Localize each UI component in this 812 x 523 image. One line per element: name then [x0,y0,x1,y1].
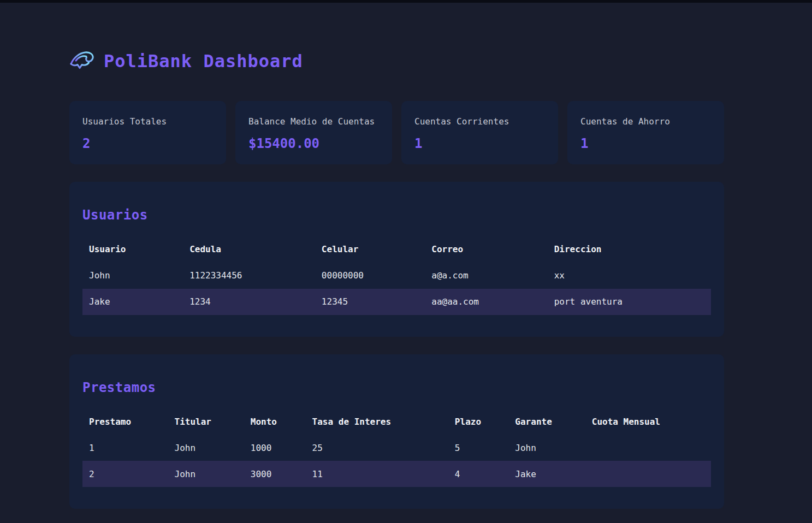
table-cell: 3000 [244,461,306,487]
column-header: Correo [425,236,547,263]
stat-value: 1 [580,137,711,150]
table-cell [585,461,711,487]
column-header: Prestamo [82,408,168,435]
stat-card-usuarios-totales: Usuarios Totales 2 [69,101,226,164]
table-cell: John [168,461,244,487]
table-cell: 1000 [244,435,306,461]
table-header-row: PrestamoTitularMontoTasa de InteresPlazo… [82,408,711,435]
column-header: Tasa de Interes [306,408,448,435]
table-header-row: UsuarioCedulaCelularCorreoDireccion [82,236,711,263]
table-cell: aa@aa.com [425,289,547,315]
table-row: Jake123412345aa@aa.comport aventura [82,289,711,315]
page-title: PoliBank Dashboard [104,51,303,72]
column-header: Cuota Mensual [585,408,711,435]
usuarios-panel: Usuarios UsuarioCedulaCelularCorreoDirec… [69,182,724,337]
dashboard-page: PoliBank Dashboard Usuarios Totales 2 Ba… [69,3,724,523]
stat-label: Usuarios Totales [82,117,213,126]
table-cell: 11 [306,461,448,487]
table-row: 1John1000255John [82,435,711,461]
column-header: Direccion [548,236,711,263]
bank-bird-logo-icon [69,50,94,73]
table-row: John112233445600000000a@a.comxx [82,263,711,289]
table-cell: 4 [448,461,508,487]
table-cell: John [82,263,183,289]
table-cell: xx [548,263,711,289]
usuarios-section-title: Usuarios [82,208,711,223]
column-header: Garante [508,408,585,435]
column-header: Cedula [183,236,315,263]
table-cell: 5 [448,435,508,461]
table-cell: 12345 [315,289,425,315]
table-cell: a@a.com [425,263,547,289]
column-header: Plazo [448,408,508,435]
stat-value: $15400.00 [248,137,379,150]
column-header: Monto [244,408,306,435]
table-cell: 00000000 [315,263,425,289]
table-cell: 1234 [183,289,315,315]
stat-value: 1 [414,137,545,150]
table-cell: 1122334456 [183,263,315,289]
stat-value: 2 [82,137,213,150]
stat-card-cuentas-ahorro: Cuentas de Ahorro 1 [567,101,724,164]
table-row: 2John3000114Jake [82,461,711,487]
stats-row: Usuarios Totales 2 Balance Medio de Cuen… [69,101,724,164]
usuarios-table: UsuarioCedulaCelularCorreoDireccionJohn1… [82,236,711,315]
stat-label: Cuentas de Ahorro [580,117,711,126]
table-cell: 25 [306,435,448,461]
table-cell: John [168,435,244,461]
stat-label: Balance Medio de Cuentas [248,117,379,126]
stat-card-cuentas-corrientes: Cuentas Corrientes 1 [401,101,558,164]
stat-card-balance-medio: Balance Medio de Cuentas $15400.00 [235,101,392,164]
column-header: Usuario [82,236,183,263]
table-cell: John [508,435,585,461]
table-cell: Jake [82,289,183,315]
prestamos-table: PrestamoTitularMontoTasa de InteresPlazo… [82,408,711,487]
prestamos-panel: Prestamos PrestamoTitularMontoTasa de In… [69,354,724,509]
stat-label: Cuentas Corrientes [414,117,545,126]
table-cell: port aventura [548,289,711,315]
table-cell: 2 [82,461,168,487]
column-header: Titular [168,408,244,435]
table-cell [585,435,711,461]
app-header: PoliBank Dashboard [69,3,724,73]
table-cell: 1 [82,435,168,461]
column-header: Celular [315,236,425,263]
table-cell: Jake [508,461,585,487]
prestamos-section-title: Prestamos [82,381,711,396]
